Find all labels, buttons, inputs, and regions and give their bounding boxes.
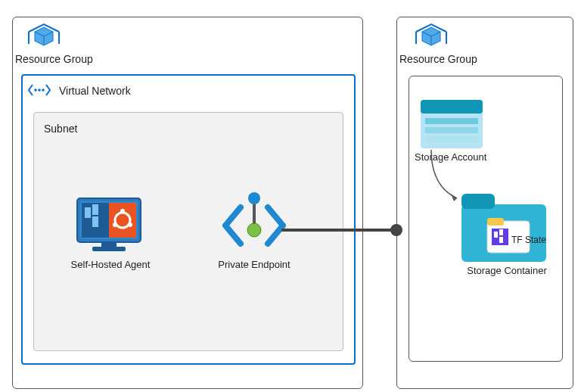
svg-rect-26	[425, 127, 478, 133]
arrow-storage-to-container	[424, 148, 469, 212]
svg-rect-16	[101, 242, 117, 247]
connector-pe-to-storage	[281, 222, 410, 241]
svg-rect-8	[85, 207, 91, 218]
resource-group-right-label: Resource Group	[399, 53, 477, 65]
svg-rect-25	[425, 118, 478, 124]
svg-point-20	[247, 223, 261, 237]
svg-rect-17	[92, 247, 126, 251]
storage-container-label: Storage Container	[461, 265, 552, 276]
svg-rect-10	[92, 216, 98, 227]
resource-group-icon	[415, 21, 448, 51]
self-hosted-agent-label: Self-Hosted Agent	[67, 259, 154, 270]
svg-rect-31	[487, 218, 504, 226]
resource-group-icon	[27, 21, 61, 51]
resource-group-left-label: Resource Group	[15, 53, 93, 65]
svg-rect-33	[494, 232, 498, 238]
private-endpoint-icon	[218, 191, 290, 263]
svg-point-38	[390, 224, 402, 236]
virtual-network-icon	[27, 82, 51, 101]
svg-rect-24	[421, 100, 483, 114]
storage-account-icon	[421, 100, 483, 151]
svg-rect-35	[499, 237, 503, 243]
storage-container-icon	[461, 194, 546, 265]
subnet-label: Subnet	[44, 123, 77, 135]
svg-rect-34	[499, 229, 503, 235]
private-endpoint-label: Private Endpoint	[209, 259, 300, 270]
svg-point-13	[120, 209, 125, 213]
svg-point-14	[113, 222, 117, 227]
svg-point-19	[248, 192, 260, 204]
svg-point-3	[38, 89, 41, 92]
diagram-canvas: Resource Group Virtual Network Subnet	[0, 0, 581, 392]
svg-point-15	[128, 222, 132, 227]
self-hosted-agent-icon	[74, 195, 144, 260]
virtual-network-label: Virtual Network	[59, 85, 131, 97]
svg-rect-27	[425, 136, 478, 142]
svg-point-4	[42, 89, 45, 92]
svg-rect-11	[109, 203, 136, 238]
svg-point-2	[34, 89, 37, 92]
tf-state-label: TF State	[511, 235, 551, 245]
svg-rect-9	[92, 204, 98, 215]
